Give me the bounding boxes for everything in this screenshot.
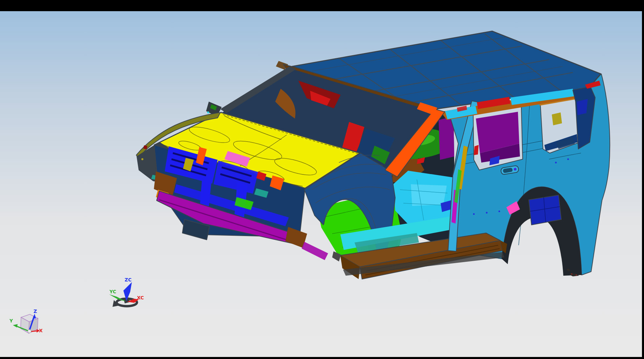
view-origin-ball [28, 330, 31, 333]
frame-bar-top [0, 0, 644, 11]
quarter-window[interactable] [539, 96, 580, 153]
frame-bar-bottom [0, 357, 644, 359]
debris-red-dot [571, 274, 572, 275]
graphics-window: ZC YC XC Z Y X [0, 0, 644, 359]
debris-red-dot-2 [576, 275, 577, 276]
view-z-label: Z [34, 309, 37, 314]
wcs-y-label: YC [109, 289, 116, 294]
wcs-z-label: ZC [125, 277, 132, 282]
mount-cyan-dot [207, 111, 209, 113]
fender-red-chip [143, 145, 147, 149]
window-red-sliver [474, 145, 479, 155]
wcs-x-label: XC [137, 295, 144, 300]
fender-olive-dot [141, 158, 143, 160]
cad-viewport-window: ZC YC XC Z Y X [0, 0, 644, 359]
d-pillar-blue-patch [577, 99, 588, 115]
view-x-label: X [39, 328, 43, 333]
view-y-label: Y [9, 318, 13, 323]
floor-highlight [411, 184, 447, 206]
quarter-window-bracket[interactable] [552, 112, 562, 125]
frame-bar-right [642, 0, 644, 359]
